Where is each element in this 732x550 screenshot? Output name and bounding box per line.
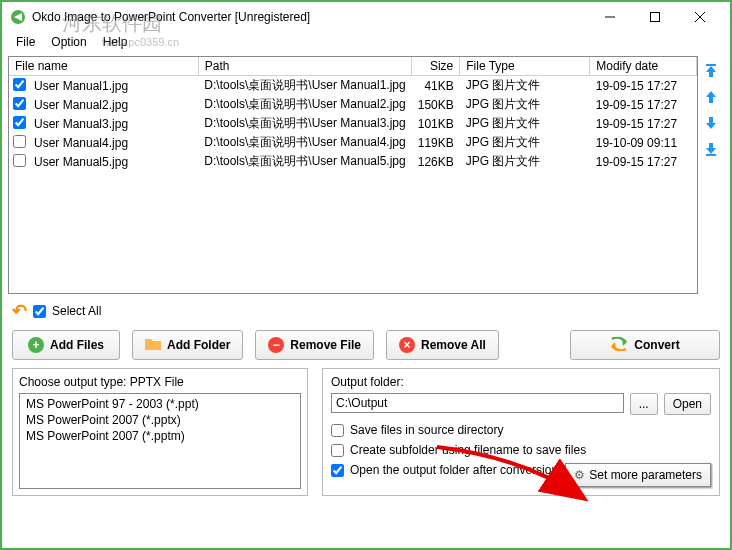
table-row[interactable]: User Manual1.jpg D:\tools\桌面说明书\User Man… [9,76,697,96]
select-all-row: ↶ Select All [2,294,730,326]
move-up-icon[interactable] [702,88,720,106]
cell-type: JPG 图片文件 [460,76,590,96]
cell-filename: User Manual2.jpg [28,95,198,114]
cell-date: 19-09-15 17:27 [590,95,697,114]
output-folder-input[interactable] [331,393,624,413]
window-controls [587,3,722,31]
cell-filename: User Manual4.jpg [28,133,198,152]
move-down-icon[interactable] [702,114,720,132]
plus-icon: + [28,337,44,353]
create-subfolder-label[interactable]: Create subfolder using filename to save … [350,443,586,457]
create-subfolder-checkbox[interactable] [331,444,344,457]
col-modifydate[interactable]: Modify date [590,57,697,76]
undo-icon[interactable]: ↶ [12,300,27,322]
cell-size: 101KB [412,114,460,133]
cell-date: 19-09-15 17:27 [590,76,697,96]
table-header-row: File name Path Size File Type Modify dat… [9,57,697,76]
folder-icon [145,337,161,354]
remove-all-button[interactable]: × Remove All [386,330,499,360]
table-row[interactable]: User Manual4.jpg D:\tools\桌面说明书\User Man… [9,133,697,152]
table-row[interactable]: User Manual3.jpg D:\tools\桌面说明书\User Man… [9,114,697,133]
cell-date: 19-10-09 09:11 [590,133,697,152]
minus-icon: − [268,337,284,353]
output-type-option[interactable]: MS PowerPoint 2007 (*.pptm) [22,428,298,444]
app-icon [10,9,26,25]
cell-filename: User Manual1.jpg [28,76,198,96]
file-table: File name Path Size File Type Modify dat… [8,56,698,294]
cell-filename: User Manual5.jpg [28,152,198,171]
output-type-option[interactable]: MS PowerPoint 2007 (*.pptx) [22,412,298,428]
browse-button[interactable]: ... [630,393,658,415]
output-type-option[interactable]: MS PowerPoint 97 - 2003 (*.ppt) [22,396,298,412]
row-checkbox[interactable] [13,78,26,91]
table-row[interactable]: User Manual2.jpg D:\tools\桌面说明书\User Man… [9,95,697,114]
cell-date: 19-09-15 17:27 [590,152,697,171]
titlebar: Okdo Image to PowerPoint Converter [Unre… [2,2,730,32]
cell-path: D:\tools\桌面说明书\User Manual3.jpg [198,114,411,133]
table-row[interactable]: User Manual5.jpg D:\tools\桌面说明书\User Man… [9,152,697,171]
menubar: File Option Help [2,32,730,52]
minimize-button[interactable] [587,3,632,31]
close-button[interactable] [677,3,722,31]
cell-type: JPG 图片文件 [460,114,590,133]
select-all-checkbox[interactable] [33,305,46,318]
cell-size: 119KB [412,133,460,152]
output-folder-label: Output folder: [331,375,711,389]
add-files-label: Add Files [50,338,104,352]
cell-type: JPG 图片文件 [460,152,590,171]
x-icon: × [399,337,415,353]
set-more-label: Set more parameters [589,468,702,482]
open-folder-button[interactable]: Open [664,393,711,415]
cell-size: 126KB [412,152,460,171]
move-top-icon[interactable] [702,62,720,80]
convert-label: Convert [634,338,679,352]
remove-all-label: Remove All [421,338,486,352]
row-checkbox[interactable] [13,116,26,129]
cell-type: JPG 图片文件 [460,133,590,152]
action-button-row: + Add Files Add Folder − Remove File × R… [2,326,730,368]
svg-rect-2 [650,13,659,22]
col-size[interactable]: Size [412,57,460,76]
menu-file[interactable]: File [8,33,43,51]
row-checkbox[interactable] [13,135,26,148]
cell-filename: User Manual3.jpg [28,114,198,133]
open-after-checkbox[interactable] [331,464,344,477]
output-type-box: Choose output type: PPTX File MS PowerPo… [12,368,308,496]
output-type-list[interactable]: MS PowerPoint 97 - 2003 (*.ppt)MS PowerP… [19,393,301,489]
menu-option[interactable]: Option [43,33,94,51]
cell-path: D:\tools\桌面说明书\User Manual2.jpg [198,95,411,114]
convert-button[interactable]: Convert [570,330,720,360]
cell-size: 150KB [412,95,460,114]
cell-size: 41KB [412,76,460,96]
add-folder-button[interactable]: Add Folder [132,330,243,360]
window-title: Okdo Image to PowerPoint Converter [Unre… [32,10,587,24]
set-more-parameters-button[interactable]: ⚙ Set more parameters [565,463,711,487]
cell-type: JPG 图片文件 [460,95,590,114]
remove-file-label: Remove File [290,338,361,352]
cell-date: 19-09-15 17:27 [590,114,697,133]
gear-icon: ⚙ [574,468,585,482]
row-checkbox[interactable] [13,154,26,167]
menu-help[interactable]: Help [95,33,136,51]
bottom-panel: Choose output type: PPTX File MS PowerPo… [2,368,730,506]
output-type-label: Choose output type: PPTX File [19,375,301,389]
save-source-label[interactable]: Save files in source directory [350,423,503,437]
remove-file-button[interactable]: − Remove File [255,330,374,360]
svg-rect-5 [706,64,716,66]
maximize-button[interactable] [632,3,677,31]
col-path[interactable]: Path [198,57,411,76]
svg-rect-6 [706,154,716,156]
col-filetype[interactable]: File Type [460,57,590,76]
cell-path: D:\tools\桌面说明书\User Manual5.jpg [198,152,411,171]
save-source-checkbox[interactable] [331,424,344,437]
add-folder-label: Add Folder [167,338,230,352]
convert-icon [610,337,628,354]
add-files-button[interactable]: + Add Files [12,330,120,360]
cell-path: D:\tools\桌面说明书\User Manual1.jpg [198,76,411,96]
output-settings-box: Output folder: ... Open Save files in so… [322,368,720,496]
move-bottom-icon[interactable] [702,140,720,158]
select-all-label[interactable]: Select All [52,304,101,318]
col-filename[interactable]: File name [9,57,198,76]
side-toolbar [698,56,724,294]
row-checkbox[interactable] [13,97,26,110]
